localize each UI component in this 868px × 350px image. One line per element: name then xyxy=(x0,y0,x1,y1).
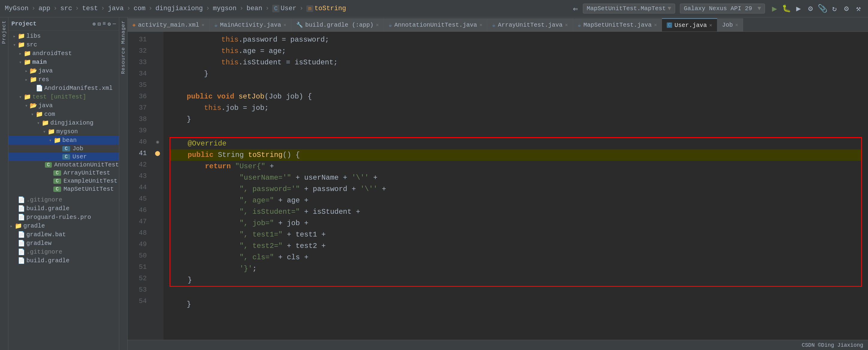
tree-item-gradlew[interactable]: 📄 gradlew xyxy=(8,239,119,248)
tree-item-res[interactable]: ▸ 📁 res xyxy=(8,75,119,84)
panel-icon-close[interactable]: — xyxy=(113,21,116,27)
tree-item-java2[interactable]: ▾ 📂 java xyxy=(8,101,119,110)
tree-item-bean[interactable]: ▾ 📁 bean xyxy=(8,136,119,145)
breadcrumb-user[interactable]: C User xyxy=(272,5,297,12)
navigate-icon[interactable]: ⇐ xyxy=(573,4,578,14)
breadcrumb-com[interactable]: com xyxy=(133,5,146,12)
tab-close-buildgradle[interactable]: ✕ xyxy=(376,22,379,28)
tree-item-src[interactable]: ▾ 📁 src xyxy=(8,40,119,49)
tab-label-mapset: MapSetUnitTest.java xyxy=(584,22,652,28)
tab-close-job[interactable]: ✕ xyxy=(735,22,738,28)
tab-user[interactable]: C User.java ✕ xyxy=(662,18,717,31)
tab-close-annotation[interactable]: ✕ xyxy=(479,22,483,28)
tab-label-annotation: AnnotationUnitTest.java xyxy=(395,22,477,28)
code-line-47: ", job=" + job + xyxy=(170,218,861,229)
panel-icon-collapse[interactable]: ⊟ xyxy=(98,21,101,27)
tab-close-mainactivity[interactable]: ✕ xyxy=(283,22,286,28)
toolbar-actions: ▶ 🐛 ▶ ⚙ 📎 ↻ ⚙ ⚒ xyxy=(770,4,863,13)
panel-icon-expand[interactable]: ≡ xyxy=(103,21,106,27)
breadcrumb-dingjiaxiong[interactable]: dingjiaxiong xyxy=(155,5,203,12)
tree-item-test[interactable]: ▾ 📁 test [unitTest] xyxy=(8,93,119,101)
tree-label-java: java xyxy=(38,67,53,74)
tree-item-annotation[interactable]: C AnnotationUnitTest xyxy=(8,161,119,169)
tree-item-mygson[interactable]: ▾ 📁 mygson xyxy=(8,127,119,136)
code-line-49: ", test2=" + test2 + xyxy=(170,241,861,252)
tab-label-buildgradle: build.gradle (:app) xyxy=(305,22,373,28)
tab-annotation[interactable]: ☕ AnnotationUnitTest.java ✕ xyxy=(384,18,488,31)
tree-item-mapset[interactable]: C MapSetUnitTest xyxy=(8,185,119,193)
tree-item-libs[interactable]: ▸ 📁 libs xyxy=(8,32,119,40)
breadcrumb-mygson2[interactable]: mygson xyxy=(213,5,237,12)
tab-close-array[interactable]: ✕ xyxy=(565,22,568,28)
class-icon-annotation: C xyxy=(45,162,52,168)
tree-item-array[interactable]: C ArrayUnitTest xyxy=(8,169,119,177)
tab-mapset[interactable]: ☕ MapSetUnitTest.java ✕ xyxy=(573,18,662,31)
breadcrumb-mygson[interactable]: MyGson xyxy=(5,5,28,12)
tree-label-gitignore: .gitignore xyxy=(26,196,62,203)
run-config-selector[interactable]: MapSetUnitTest.MapTest ▼ xyxy=(583,4,675,13)
tree-arrow: ▸ xyxy=(8,223,14,229)
code-line-39 xyxy=(169,125,862,136)
dropdown-icon: ▼ xyxy=(668,5,671,12)
code-line-34: } xyxy=(169,68,862,79)
device-config-selector[interactable]: Galaxy Nexus API 29 ▼ xyxy=(680,4,765,13)
tab-label-mainactivity: MainActivity.java xyxy=(220,22,281,28)
folder-icon-src: 📁 xyxy=(18,41,25,49)
tree-item-user[interactable]: C User xyxy=(8,153,119,161)
settings-button[interactable]: ⚙ xyxy=(842,4,851,13)
java-folder-icon: 📂 xyxy=(29,67,37,74)
tab-close-activity-main[interactable]: ✕ xyxy=(202,22,205,28)
tab-close-user[interactable]: ✕ xyxy=(709,22,712,28)
folder-icon-res: 📁 xyxy=(29,76,37,83)
tree-item-gradle[interactable]: ▸ 📁 gradle xyxy=(8,222,119,230)
attach-button[interactable]: 📎 xyxy=(818,4,827,13)
tree-item-gitignore2[interactable]: 📄 .gitignore xyxy=(8,248,119,256)
gutter-40: ◉ xyxy=(156,136,159,148)
tree-item-dingjiaxiong[interactable]: ▾ 📁 dingjiaxiong xyxy=(8,119,119,127)
profile-button[interactable]: ⚙ xyxy=(806,4,815,13)
tree-item-manifest[interactable]: 📄 AndroidManifest.xml xyxy=(8,84,119,93)
debug-button[interactable]: 🐛 xyxy=(782,4,791,13)
coverage-button[interactable]: ▶ xyxy=(794,4,803,13)
tree-item-com[interactable]: ▾ 📁 com xyxy=(8,110,119,119)
tab-activity-main[interactable]: ◈ activity_main.xml ✕ xyxy=(128,18,210,31)
panel-icon-add[interactable]: ⊕ xyxy=(93,21,96,27)
tree-item-gitignore[interactable]: 📄 .gitignore xyxy=(8,195,119,204)
ln-48: 48 xyxy=(128,227,152,239)
tree-item-java[interactable]: ▸ 📂 java xyxy=(8,66,119,75)
breadcrumb-app[interactable]: app xyxy=(38,5,50,12)
tree-item-example[interactable]: C ExampleUnitTest xyxy=(8,177,119,185)
tab-close-mapset[interactable]: ✕ xyxy=(654,22,657,28)
tree-item-proguard[interactable]: 📄 proguard-rules.pro xyxy=(8,213,119,222)
ln-38: 38 xyxy=(128,114,152,125)
tab-array[interactable]: ☕ ArrayUnitTest.java ✕ xyxy=(487,18,573,31)
tree-item-buildgradle[interactable]: 📄 build.gradle xyxy=(8,204,119,213)
resource-manager-tab[interactable]: Resource Manager xyxy=(119,18,128,350)
code-area[interactable]: this.password = password; this.age = age… xyxy=(163,32,868,340)
tree-item-job[interactable]: C Job xyxy=(8,145,119,153)
tree-label-user: User xyxy=(72,153,87,160)
tree-item-androidtest[interactable]: ▸ 📁 androidTest xyxy=(8,49,119,58)
project-tab-vertical[interactable]: Project xyxy=(1,20,7,44)
tree-item-gradlewbat[interactable]: 📄 gradlew.bat xyxy=(8,230,119,239)
ln-39: 39 xyxy=(128,125,152,136)
breadcrumb-java[interactable]: java xyxy=(108,5,124,12)
file-tree: ▸ 📁 libs ▾ 📁 src ▸ 📁 androidTest ▾ xyxy=(8,31,119,350)
panel-icon-settings[interactable]: ⚙ xyxy=(107,21,111,27)
tree-item-main[interactable]: ▾ 📁 main xyxy=(8,58,119,66)
tree-item-buildgradle2[interactable]: 📄 build.gradle xyxy=(8,256,119,265)
sync-button[interactable]: ↻ xyxy=(830,4,839,13)
ln-49: 49 xyxy=(128,239,152,250)
test-folder-icon: 📁 xyxy=(23,93,31,101)
sdk-button[interactable]: ⚒ xyxy=(854,4,863,13)
tab-buildgradle[interactable]: 🔧 build.gradle (:app) ✕ xyxy=(291,18,384,31)
breadcrumb-src[interactable]: src xyxy=(60,5,72,12)
breadcrumb-tostring[interactable]: m toString xyxy=(306,5,346,12)
run-button[interactable]: ▶ xyxy=(770,4,779,13)
breadcrumb-bean[interactable]: bean xyxy=(247,5,262,12)
breadcrumb-test[interactable]: test xyxy=(82,5,98,12)
tab-job[interactable]: Job ✕ xyxy=(717,18,743,31)
line-numbers: 31 32 33 34 35 36 37 38 39 40 41 42 43 4… xyxy=(128,32,152,340)
tree-arrow: ▾ xyxy=(47,137,53,144)
tab-mainactivity[interactable]: ☕ MainActivity.java ✕ xyxy=(210,18,292,31)
